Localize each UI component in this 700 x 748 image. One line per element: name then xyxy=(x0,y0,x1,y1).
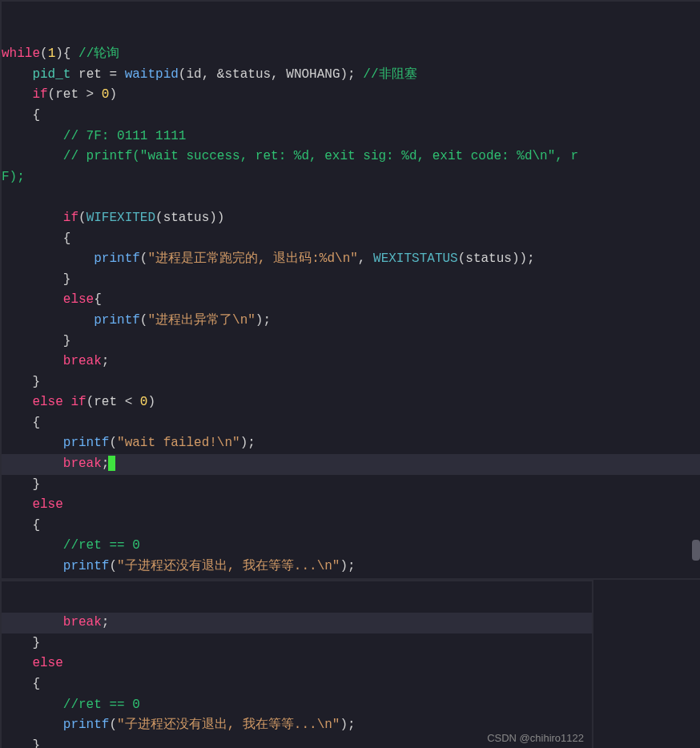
code-line[interactable]: else xyxy=(2,495,700,516)
code-token: (ret < xyxy=(86,395,140,409)
code-token: else xyxy=(32,656,62,670)
code-line[interactable]: printf("进程出异常了\n"); xyxy=(2,311,700,332)
code-token: else xyxy=(63,292,94,307)
code-token: while xyxy=(2,46,40,61)
code-line[interactable]: } xyxy=(2,372,700,393)
code-token: //轮询 xyxy=(78,46,119,61)
code-editor-pane-2[interactable]: break; } else { //ret == 0 printf("子进程还没… xyxy=(0,580,593,748)
code-line[interactable]: if(ret > 0) xyxy=(2,85,700,106)
code-line[interactable]: { xyxy=(2,674,592,695)
code-token: "子进程还没有退出, 我在等等...\n" xyxy=(117,718,340,732)
code-line[interactable]: break; xyxy=(2,454,700,475)
code-line[interactable]: printf("wait failed!\n"); xyxy=(2,433,700,454)
code-token: } xyxy=(63,334,71,348)
code-token: ); xyxy=(255,313,271,328)
code-token: } xyxy=(32,636,40,650)
code-line[interactable]: } xyxy=(2,270,700,291)
watermark-text: CSDN @chihiro1122 xyxy=(487,730,584,747)
code-line[interactable]: //ret == 0 xyxy=(2,695,592,716)
code-line[interactable]: else{ xyxy=(2,290,700,311)
code-token: if xyxy=(32,87,47,102)
code-token: "进程是正常跑完的, 退出码:%d\n" xyxy=(147,251,357,266)
code-token: break xyxy=(63,354,102,368)
code-line[interactable]: while(1){ //轮询 xyxy=(2,44,700,65)
code-line[interactable]: else xyxy=(2,653,592,674)
code-token: ) xyxy=(147,395,155,409)
code-line[interactable]: } xyxy=(2,332,700,352)
code-token: } xyxy=(32,477,40,492)
code-token: break xyxy=(63,615,102,629)
code-line[interactable]: } xyxy=(2,475,700,496)
code-editor-pane-1[interactable]: while(1){ //轮询 pid_t ret = waitpid(id, &… xyxy=(0,0,700,580)
code-token: ( xyxy=(140,313,148,328)
code-line[interactable]: if(WIFEXITED(status)) xyxy=(2,208,700,229)
code-line[interactable]: // 7F: 0111 1111 xyxy=(2,127,700,147)
code-token: // printf("wait success, ret: %d, exit s… xyxy=(63,149,578,163)
code-token: { xyxy=(32,677,40,691)
code-token: pid_t xyxy=(32,67,70,82)
code-line[interactable]: F); xyxy=(2,167,700,188)
code-token: ; xyxy=(102,615,110,629)
code-token: printf xyxy=(63,718,110,732)
cursor xyxy=(108,456,115,471)
code-line[interactable]: printf("进程是正常跑完的, 退出码:%d\n", WEXITSTATUS… xyxy=(2,249,700,270)
code-token: (status)); xyxy=(458,251,535,266)
code-line[interactable]: printf("子进程还没有退出, 我在等等...\n"); xyxy=(2,557,700,577)
code-token: break xyxy=(63,456,102,471)
code-token: printf xyxy=(63,436,110,450)
code-line[interactable]: //ret == 0 xyxy=(2,536,700,557)
code-line[interactable]: { xyxy=(2,229,700,250)
code-token: WIFEXITED xyxy=(86,211,155,225)
code-line[interactable]: break; xyxy=(2,613,592,633)
code-token: ( xyxy=(40,46,48,61)
code-token: ); xyxy=(340,718,355,732)
code-token: WEXITSTATUS xyxy=(373,251,458,266)
code-token: //非阻塞 xyxy=(363,67,416,82)
code-token: if xyxy=(63,211,78,225)
code-line[interactable]: { xyxy=(2,106,700,127)
code-token: F); xyxy=(2,170,25,184)
code-token: printf xyxy=(94,313,140,328)
scrollbar-thumb[interactable] xyxy=(692,540,700,561)
code-line[interactable]: { xyxy=(2,516,700,537)
code-token: printf xyxy=(63,559,110,573)
code-token: { xyxy=(32,416,40,430)
code-token: } xyxy=(32,375,40,389)
code-token: { xyxy=(63,231,71,246)
code-token: ( xyxy=(109,559,117,573)
code-token: //ret == 0 xyxy=(63,538,140,553)
code-token: { xyxy=(32,108,40,123)
code-line[interactable] xyxy=(2,187,700,208)
code-line[interactable]: else if(ret < 0) xyxy=(2,392,700,413)
code-line[interactable]: pid_t ret = waitpid(id, &status, WNOHANG… xyxy=(2,65,700,86)
code-line[interactable]: break; xyxy=(2,352,700,372)
code-token: ; xyxy=(102,354,110,368)
code-token: ret = xyxy=(70,67,124,82)
code-token: waitpid xyxy=(125,67,179,82)
code-line[interactable]: { xyxy=(2,413,700,434)
code-token: ); xyxy=(240,436,255,450)
code-token: (ret > xyxy=(48,87,102,102)
code-token: ( xyxy=(140,251,148,266)
code-token: "子进程还没有退出, 我在等等...\n" xyxy=(117,559,340,573)
code-token: (status)) xyxy=(155,211,224,225)
code-token: , xyxy=(358,251,373,266)
code-token: "wait failed!\n" xyxy=(117,436,240,450)
code-token: else if xyxy=(32,395,86,409)
code-token: } xyxy=(32,738,40,748)
code-line[interactable]: } xyxy=(2,633,592,654)
code-token: ( xyxy=(109,718,117,732)
code-token: { xyxy=(32,518,40,533)
code-line[interactable]: // printf("wait success, ret: %d, exit s… xyxy=(2,147,700,167)
code-token: } xyxy=(63,272,71,287)
code-token: ); xyxy=(340,559,355,573)
code-token: //ret == 0 xyxy=(63,698,140,712)
code-token: else xyxy=(32,497,62,512)
code-token: ){ xyxy=(55,46,78,61)
code-token: 1 xyxy=(48,46,56,61)
code-token: (id, &status, WNOHANG); xyxy=(179,67,363,82)
code-token: // 7F: 0111 1111 xyxy=(63,129,187,143)
code-token: ( xyxy=(78,211,86,225)
code-token: printf xyxy=(94,251,140,266)
code-token: ) xyxy=(109,87,117,102)
